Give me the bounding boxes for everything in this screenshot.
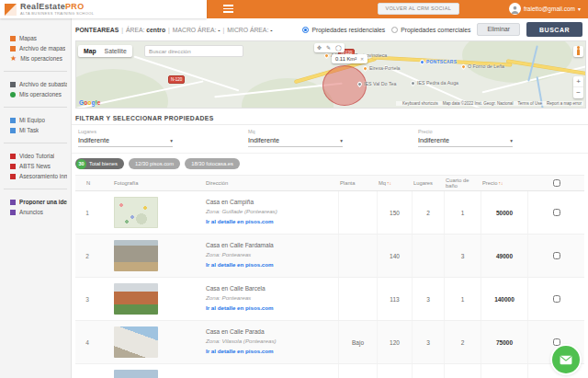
road-badge: N-120 xyxy=(168,75,185,84)
sort-icon[interactable]: ↑↓ xyxy=(498,180,503,186)
source-count-badge[interactable]: 12/30 pisos.com xyxy=(129,158,180,169)
radio-residential[interactable]: Propiedades residenciales xyxy=(302,27,385,33)
row-checkbox[interactable] xyxy=(553,338,560,346)
row-number: 3 xyxy=(75,296,99,303)
sidebar-item-abts-news[interactable]: ABTS News xyxy=(10,163,67,169)
sidebar-item-anuncios[interactable]: Anuncios xyxy=(10,209,67,215)
breadcrumb-part[interactable]: ÁREA: centro xyxy=(126,27,165,33)
property-photo[interactable] xyxy=(114,326,158,358)
sidebar-item-mis-operaciones[interactable]: ★Mis operaciones xyxy=(10,55,67,62)
col-mq[interactable]: Mq↑↓ xyxy=(377,180,412,186)
sidebar-item-mapas[interactable]: Mapas xyxy=(10,35,67,41)
sidebar-item-label: Archivo de subastas xyxy=(19,81,67,87)
zoom-in-button[interactable]: + xyxy=(573,76,583,87)
map-poi-pontscars[interactable]: PONTSCARS xyxy=(420,59,457,64)
search-button[interactable]: BUSCAR xyxy=(526,22,582,37)
col-bath[interactable]: Cuarto de baño xyxy=(444,178,481,189)
pegman-icon[interactable] xyxy=(573,46,583,57)
radio-commercial[interactable]: Propiedades comerciales xyxy=(391,27,470,33)
map-attribution-item[interactable]: Report a map error xyxy=(547,101,582,106)
map-poi-ies-pedra-da-auga[interactable]: IES Pedra da Auga xyxy=(411,80,458,86)
pan-tool-icon[interactable]: ✥ xyxy=(317,43,322,52)
source-count-badge[interactable]: 18/30 fotocasa.es xyxy=(185,158,240,169)
col-price[interactable]: Precio↑↓ xyxy=(481,180,527,186)
map-attribution[interactable]: Keyboard shortcutsMap data ©2022 Inst. G… xyxy=(396,101,583,106)
sidebar-item-mi-task[interactable]: Mi Task xyxy=(10,127,67,133)
sidebar-group: Proponer una ideaAnuncios xyxy=(4,191,67,224)
map-search-input[interactable] xyxy=(144,45,243,57)
sidebar-item-label: Video Tutorial xyxy=(19,153,54,159)
tab-satellite[interactable]: Satellite xyxy=(105,45,127,57)
col-rooms[interactable]: Lugares xyxy=(412,180,444,186)
map-poi-o-forno-de-le-a[interactable]: O Forno de Leña xyxy=(461,63,504,69)
col-address[interactable]: Dirección xyxy=(187,180,338,186)
map-poi-label: IES Val Do Tea xyxy=(364,81,396,86)
tab-map[interactable]: Map xyxy=(84,45,96,57)
filter-value: Indiferente xyxy=(418,136,449,144)
radio-dot-icon xyxy=(302,27,309,33)
breadcrumb-part[interactable]: PONTEAREAS xyxy=(75,27,119,33)
col-photo[interactable]: Fotografía xyxy=(99,180,187,186)
row-checkbox[interactable] xyxy=(553,295,560,303)
sidebar-item-archivo-de-mapas[interactable]: Archivo de mapas xyxy=(10,45,67,52)
rooms-cell: 3 xyxy=(412,321,444,363)
avatar xyxy=(509,3,521,15)
filter-lugares-select[interactable]: LugaresIndiferente▾ xyxy=(78,129,173,153)
crm-social-button[interactable]: VOLVER AL CRM SOCIAL xyxy=(378,3,459,15)
mq-cell: 140 xyxy=(377,235,412,277)
filter-select[interactable]: Indiferente▾ xyxy=(418,136,513,147)
filter-precio-select[interactable]: PrecioIndiferente▾ xyxy=(418,129,513,153)
sidebar-item-archivo-de-subastas[interactable]: Archivo de subastas xyxy=(10,81,67,87)
property-photo[interactable] xyxy=(114,370,158,378)
filter-mq-select[interactable]: MqIndiferente▾ xyxy=(248,129,343,153)
map-canvas[interactable]: 0.11 Km² ✕ A Xesteira GastrovinotecaEire… xyxy=(75,40,586,109)
table-header: N Fotografía Dirección Planta Mq↑↓ Lugar… xyxy=(75,175,584,191)
app-logo[interactable]: RealEstatePRO ALTA BUSINESS TRAINING SCH… xyxy=(0,0,207,18)
property-detail-link[interactable]: Ir al detalle en pisos.com xyxy=(206,304,274,312)
sidebar-item-mi-equipo[interactable]: Mi Equipo xyxy=(10,117,67,123)
brand-tagline: ALTA BUSINESS TRAINING SCHOOL xyxy=(20,12,94,16)
contact-email-fab[interactable] xyxy=(552,346,580,373)
menu-hamburger-icon[interactable] xyxy=(223,5,233,13)
breadcrumb-part[interactable]: MACRO ÁREA: - xyxy=(173,27,220,33)
sidebar-item-video-tutorial[interactable]: Video Tutorial xyxy=(10,153,67,159)
square-bullet-icon xyxy=(10,210,16,215)
sidebar-item-proponer-una-idea[interactable]: Proponer una idea xyxy=(10,199,67,205)
breadcrumb-part[interactable]: MICRO ÁREA: - xyxy=(227,27,272,33)
row-number: 4 xyxy=(75,339,99,346)
map-attribution-item[interactable]: Terms of Use xyxy=(517,101,542,106)
row-number: 2 xyxy=(75,253,99,259)
property-detail-link[interactable]: Ir al detalle en pisos.com xyxy=(206,217,274,225)
checkbox-cell xyxy=(527,278,584,320)
zoom-out-button[interactable]: − xyxy=(573,87,583,98)
property-photo[interactable] xyxy=(114,197,158,228)
delete-button[interactable]: Eliminar xyxy=(477,23,520,36)
total-properties-badge[interactable]: 30 Total bienes xyxy=(75,158,124,169)
user-menu[interactable]: fraletto@gmail.com ▾ xyxy=(509,3,581,15)
sidebar-item-mis-operaciones[interactable]: Mis operaciones xyxy=(10,91,67,97)
filter-row: LugaresIndiferente▾MqIndiferente▾PrecioI… xyxy=(72,125,588,154)
filter-select[interactable]: Indiferente▾ xyxy=(248,136,343,147)
circle-tool-icon[interactable]: ◯ xyxy=(335,43,342,52)
col-n[interactable]: N xyxy=(75,180,99,186)
row-checkbox[interactable] xyxy=(553,252,560,259)
close-icon[interactable]: ✕ xyxy=(360,56,364,62)
property-detail-link[interactable]: Ir al detalle en pisos.com xyxy=(206,347,274,355)
map-poi-eirexa-portela[interactable]: Eirexa-Portela xyxy=(363,65,401,71)
radio-commercial-label: Propiedades comerciales xyxy=(401,27,470,33)
sidebar-item-asesoramiento-inmob[interactable]: Asesoramiento inmob. xyxy=(10,173,67,179)
select-all-checkbox[interactable] xyxy=(553,179,560,187)
google-logo: Google xyxy=(79,99,101,106)
map-attribution-item[interactable]: Map data ©2022 Inst. Geogr. Nacional xyxy=(443,101,514,106)
col-floor[interactable]: Planta xyxy=(338,180,377,186)
property-photo[interactable] xyxy=(114,283,158,315)
filter-select[interactable]: Indiferente▾ xyxy=(78,136,173,147)
row-checkbox[interactable] xyxy=(553,209,560,216)
polyline-tool-icon[interactable]: ✎ xyxy=(326,43,331,52)
map-poi-ies-val-do-tea[interactable]: IES Val Do Tea xyxy=(357,81,396,86)
map-attribution-item[interactable]: Keyboard shortcuts xyxy=(402,101,438,106)
sort-icon[interactable]: ↑↓ xyxy=(387,180,391,186)
property-detail-link[interactable]: Ir al detalle en pisos.com xyxy=(206,260,274,269)
price-cell xyxy=(481,364,527,378)
property-photo[interactable] xyxy=(114,240,158,271)
